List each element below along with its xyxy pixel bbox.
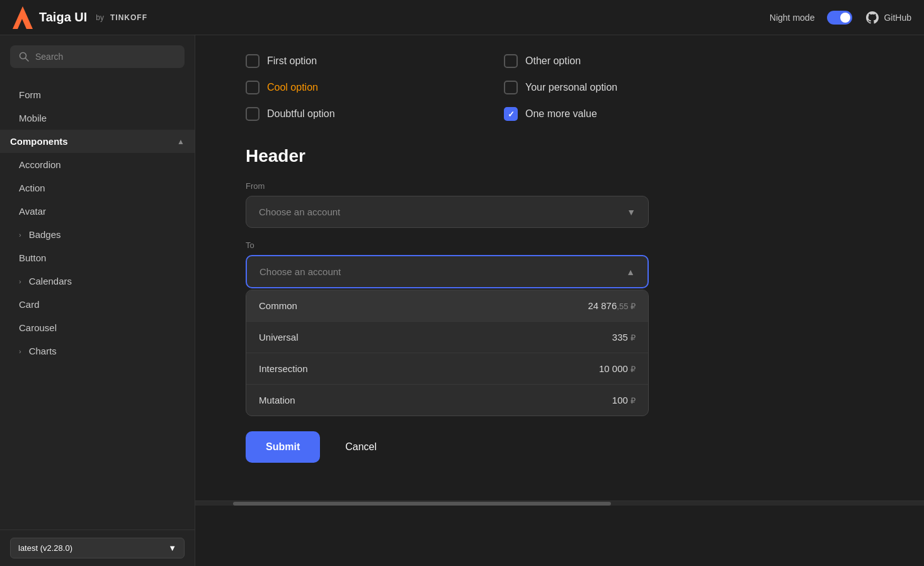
checkbox-cool[interactable] [246, 81, 260, 94]
components-group-header[interactable]: Components ▲ [0, 130, 195, 153]
checkbox-grid: First option Other option Cool option Yo… [246, 54, 724, 121]
option-common[interactable]: Common 24 876,55 ₽ [246, 290, 648, 322]
logo-icon [13, 6, 33, 29]
sidebar-item-carousel[interactable]: Carousel [0, 316, 195, 339]
option-common-name: Common [259, 300, 297, 311]
from-dropdown[interactable]: Choose an account ▼ [246, 196, 649, 228]
sidebar-item-mobile[interactable]: Mobile [0, 106, 195, 130]
checkbox-row-doubtful: Doubtful option [246, 107, 466, 121]
chevron-up-icon: ▲ [177, 137, 185, 146]
option-intersection-name: Intersection [259, 363, 308, 374]
checkbox-other[interactable] [504, 54, 518, 68]
charts-label: Charts [29, 346, 57, 356]
version-select[interactable]: latest (v2.28.0) ▼ [10, 538, 185, 558]
version-label: latest (v2.28.0) [18, 543, 72, 553]
components-label: Components [10, 136, 68, 147]
option-universal-value: 335 ₽ [612, 332, 636, 342]
option-intersection-value: 10 000 ₽ [599, 363, 636, 374]
option-mutation-value: 100 ₽ [612, 395, 636, 405]
brand-name: Taiga UI [39, 10, 87, 25]
option-mutation-name: Mutation [259, 395, 295, 405]
cancel-button[interactable]: Cancel [330, 431, 392, 463]
checkbox-doubtful-label: Doubtful option [267, 108, 335, 120]
chevron-right-icon: › [19, 231, 21, 239]
checkbox-first-label: First option [267, 55, 317, 67]
option-intersection[interactable]: Intersection 10 000 ₽ [246, 353, 648, 385]
nav-list: Form Mobile Components ▲ Accordion Actio… [0, 78, 195, 529]
checkbox-row-other: Other option [504, 54, 724, 68]
checkbox-onemore-label: One more value [525, 108, 597, 120]
avatar-label: Avatar [19, 206, 46, 217]
from-group: From Choose an account ▼ [246, 181, 724, 228]
version-chevron-icon: ▼ [168, 543, 176, 553]
main-content: First option Other option Cool option Yo… [195, 35, 924, 566]
github-icon [865, 10, 880, 25]
checkbox-row-onemore: One more value [504, 107, 724, 121]
checkbox-cool-label: Cool option [267, 82, 318, 93]
to-dropdown[interactable]: Choose an account ▲ [246, 255, 649, 288]
button-row: Submit Cancel [246, 431, 724, 463]
bottom-scrollbar[interactable] [195, 501, 924, 506]
checkbox-first[interactable] [246, 54, 260, 68]
sidebar-item-badges[interactable]: › Badges [0, 223, 195, 246]
sidebar-item-card[interactable]: Card [0, 293, 195, 316]
chevron-right-icon-3: › [19, 348, 21, 355]
calendars-label: Calendars [29, 276, 72, 286]
sidebar-item-charts[interactable]: › Charts [0, 339, 195, 363]
search-input[interactable] [35, 52, 176, 62]
search-box[interactable] [10, 45, 185, 68]
dropdown-menu: Common 24 876,55 ₽ Universal 335 ₽ Inter… [246, 290, 649, 416]
svg-line-3 [26, 59, 29, 62]
by-text: by [96, 13, 104, 22]
sidebar-item-button[interactable]: Button [0, 246, 195, 269]
sidebar-item-action[interactable]: Action [0, 176, 195, 200]
topnav: Taiga UI by TINKOFF Night mode GitHub [0, 0, 924, 35]
carousel-label: Carousel [19, 322, 57, 333]
submit-button[interactable]: Submit [246, 431, 320, 463]
badges-label: Badges [29, 229, 61, 240]
sidebar: Form Mobile Components ▲ Accordion Actio… [0, 35, 195, 566]
topnav-right: Night mode GitHub [770, 10, 911, 25]
to-group: To Choose an account ▲ Common 24 876,55 … [246, 241, 724, 416]
tinkoff-text: TINKOFF [110, 13, 147, 22]
to-chevron-up-icon: ▲ [626, 267, 635, 277]
checkbox-doubtful[interactable] [246, 107, 260, 121]
option-universal[interactable]: Universal 335 ₽ [246, 322, 648, 353]
action-label: Action [19, 183, 45, 193]
option-common-value: 24 876,55 ₽ [588, 300, 636, 311]
to-label: To [246, 241, 724, 250]
card-label: Card [19, 299, 40, 310]
sidebar-item-accordion[interactable]: Accordion [0, 153, 195, 176]
github-link[interactable]: GitHub [865, 10, 911, 25]
sidebar-item-calendars[interactable]: › Calendars [0, 269, 195, 293]
scrollbar-thumb [233, 502, 611, 506]
option-mutation[interactable]: Mutation 100 ₽ [246, 385, 648, 416]
from-dropdown-placeholder: Choose an account [259, 207, 340, 217]
from-label: From [246, 181, 724, 191]
logo[interactable]: Taiga UI by TINKOFF [13, 6, 147, 29]
content-inner: First option Other option Cool option Yo… [195, 35, 762, 501]
sidebar-item-avatar[interactable]: Avatar [0, 200, 195, 223]
to-dropdown-placeholder: Choose an account [260, 266, 341, 277]
sidebar-footer: latest (v2.28.0) ▼ [0, 529, 195, 566]
from-chevron-down-icon: ▼ [627, 207, 636, 217]
button-label: Button [19, 252, 46, 263]
sidebar-item-form[interactable]: Form [0, 83, 195, 106]
checkbox-other-label: Other option [525, 55, 581, 67]
option-universal-name: Universal [259, 332, 299, 342]
checkbox-onemore[interactable] [504, 107, 518, 121]
checkbox-personal[interactable] [504, 81, 518, 94]
checkbox-row-first: First option [246, 54, 466, 68]
chevron-right-icon-2: › [19, 278, 21, 285]
checkbox-personal-label: Your personal option [525, 82, 617, 93]
layout: Form Mobile Components ▲ Accordion Actio… [0, 35, 924, 566]
accordion-label: Accordion [19, 159, 61, 170]
section-title: Header [246, 146, 724, 166]
github-label: GitHub [884, 13, 911, 23]
search-icon [19, 52, 29, 62]
checkbox-row-cool: Cool option [246, 81, 466, 94]
checkbox-row-personal: Your personal option [504, 81, 724, 94]
night-mode-toggle[interactable] [827, 11, 852, 25]
night-mode-label: Night mode [770, 13, 815, 23]
